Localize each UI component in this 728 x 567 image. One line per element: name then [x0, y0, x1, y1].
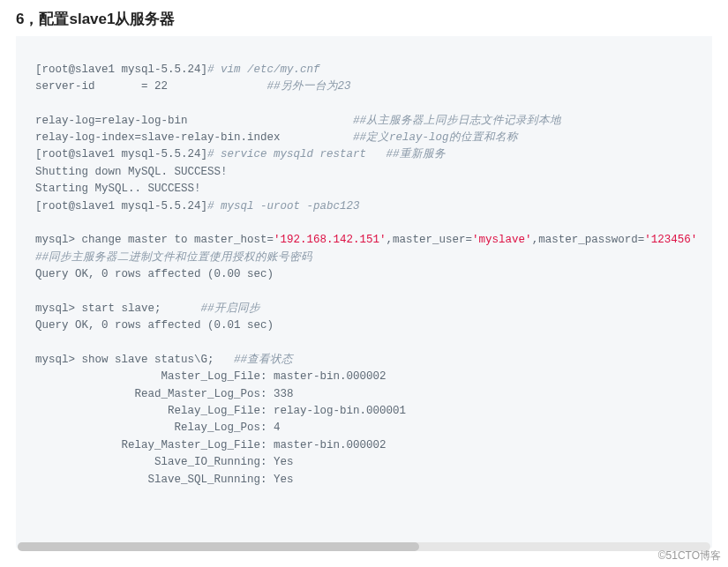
code-text: Query OK, 0 rows affected (0.00 sec): [35, 268, 274, 280]
code-comment: ##另外一台为23: [267, 80, 351, 93]
code-text: ,master_user=: [387, 234, 473, 246]
code-comment: ##同步主服务器二进制文件和位置使用授权的账号密码: [35, 251, 312, 264]
code-text: mysql> change master to master_host=: [35, 234, 274, 246]
code-text: Shutting down MySQL. SUCCESS!: [35, 166, 228, 178]
code-text: mysql> start slave;: [35, 302, 201, 315]
code-comment: # service mysqld restart: [207, 148, 387, 160]
code-text: Query OK, 0 rows affected (0.01 sec): [35, 319, 274, 332]
code-text: Slave_SQL_Running: Yes: [35, 474, 294, 486]
code-text: Master_Log_File: master-bin.000002: [35, 370, 387, 383]
scrollbar-thumb[interactable]: [18, 542, 419, 551]
code-comment: ##查看状态: [234, 354, 293, 366]
code-text: Starting MySQL.. SUCCESS!: [35, 183, 201, 195]
code-text: [root@slave1 mysql-5.5.24]: [35, 200, 207, 213]
code-comment: ##从主服务器上同步日志文件记录到本地: [353, 115, 561, 127]
code-text: [root@slave1 mysql-5.5.24]: [35, 63, 207, 76]
code-text: Read_Master_Log_Pos: 338: [35, 388, 294, 400]
watermark: ©51CTO博客: [658, 548, 721, 563]
code-comment: ##重新服务: [387, 148, 446, 160]
code-string: '192.168.142.151': [274, 234, 387, 246]
code-text: Relay_Log_File: relay-log-bin.000001: [35, 405, 406, 417]
code-comment: ##定义relay-log的位置和名称: [353, 131, 518, 144]
code-text: Relay_Master_Log_File: master-bin.000002: [35, 439, 387, 451]
code-text: relay-log-index=slave-relay-bin.index: [35, 131, 353, 144]
horizontal-scrollbar[interactable]: [18, 542, 710, 551]
code-comment: # mysql -uroot -pabc123: [207, 200, 360, 213]
code-text: mysql> show slave status\G;: [35, 354, 234, 366]
code-comment: ##开启同步: [201, 302, 260, 315]
code-block-container: [root@slave1 mysql-5.5.24]# vim /etc/my.…: [16, 36, 712, 548]
code-text: server-id = 22: [35, 80, 267, 93]
code-block: [root@slave1 mysql-5.5.24]# vim /etc/my.…: [16, 48, 712, 548]
code-comment: # vim /etc/my.cnf: [207, 63, 320, 76]
code-text: ,master_password=: [532, 234, 645, 246]
code-text: relay-log=relay-log-bin: [35, 115, 353, 127]
section-heading: 6，配置slave1从服务器: [0, 0, 728, 36]
code-text: Slave_IO_Running: Yes: [35, 456, 294, 468]
code-string: '123456': [644, 234, 697, 246]
code-text: Relay_Log_Pos: 4: [35, 422, 281, 434]
code-text: [root@slave1 mysql-5.5.24]: [35, 148, 207, 160]
code-string: 'myslave': [472, 234, 532, 246]
